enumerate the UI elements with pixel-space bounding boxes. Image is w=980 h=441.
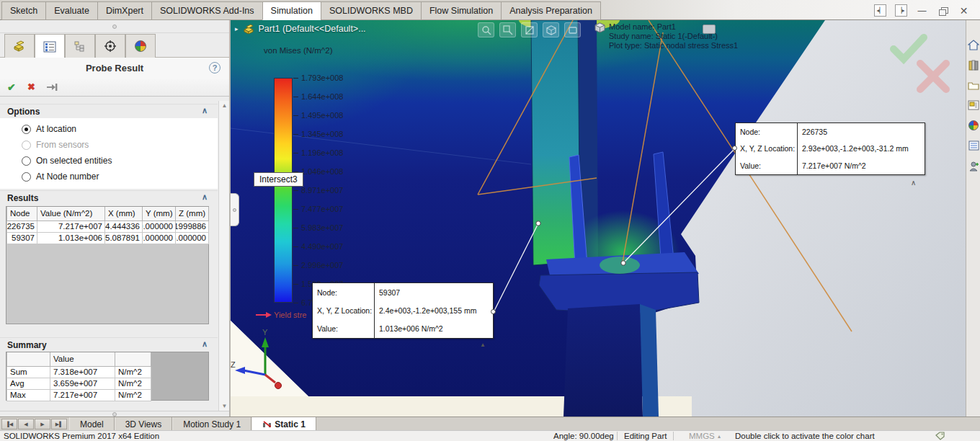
- legend-tick-label: 7.477e+007: [301, 205, 343, 213]
- radio-at-location[interactable]: At location: [22, 122, 76, 135]
- ribbon-tab-analysis-preparation[interactable]: Analysis Preparation: [501, 1, 601, 20]
- angle-readout: Angle: 90.00deg: [553, 432, 614, 440]
- panel-splitter[interactable]: [0, 411, 229, 416]
- view-settings-icon[interactable]: [703, 24, 716, 34]
- first-tab-icon[interactable]: ▐◀: [1, 419, 17, 429]
- panel-toolbar: ✔ ✖: [0, 79, 229, 97]
- tab-configurationmanager[interactable]: [65, 34, 95, 58]
- ribbon-tab-dimxpert[interactable]: DimXpert: [97, 1, 151, 20]
- design-library-icon[interactable]: [967, 58, 980, 72]
- confirm-cancel-icon[interactable]: [920, 63, 946, 89]
- scroll-up-icon[interactable]: ▲: [219, 102, 230, 109]
- units-selector[interactable]: MMGS: [689, 432, 715, 440]
- ribbon-tab-mbd[interactable]: SOLIDWORKS MBD: [321, 1, 421, 20]
- callout-expand-icon[interactable]: ∧: [911, 179, 916, 187]
- callout-attach-handle[interactable]: [491, 309, 496, 314]
- document-tab-bar: ▐◀ ◀ ▶ ▶▌ Model 3D Views Motion Study 1 …: [0, 416, 980, 430]
- collapse-pane-right-icon[interactable]: ▕▸: [895, 4, 907, 17]
- study-name-text: Study name: Static 1(-Default-): [609, 32, 738, 41]
- panel-flyout-tab[interactable]: [231, 193, 239, 226]
- ribbon-tab-sketch[interactable]: Sketch: [1, 1, 45, 20]
- col-value[interactable]: Value (N/m^2): [37, 207, 105, 220]
- ribbon-tab-evaluate[interactable]: Evaluate: [45, 1, 97, 20]
- tab-displaymanager[interactable]: [125, 34, 156, 58]
- callout-node-value: 59307: [375, 283, 493, 301]
- units-dropdown-icon[interactable]: ▴: [718, 433, 721, 440]
- summary-group-header[interactable]: Summary ∧: [0, 337, 218, 352]
- custom-properties-icon[interactable]: [967, 138, 980, 153]
- results-row[interactable]: 59307 1.013e+006 2405.087891 -1200.00000…: [7, 232, 209, 244]
- col-z[interactable]: Z (mm): [176, 207, 209, 220]
- ribbon-tab-flow-simulation[interactable]: Flow Simulation: [421, 1, 501, 20]
- pin-icon[interactable]: [46, 82, 59, 95]
- ribbon-tabs: Sketch Evaluate DimXpert SOLIDWORKS Add-…: [1, 1, 601, 20]
- close-button[interactable]: ✕: [958, 4, 970, 17]
- col-y[interactable]: Y (mm): [143, 207, 176, 220]
- probe-callout-59307[interactable]: Node: 59307 X, Y, Z Location: 2.4e+003,-…: [312, 282, 494, 339]
- probe-callout-226735[interactable]: Node: 226735 X, Y, Z Location: 2.93e+003…: [735, 122, 925, 175]
- callout-label: Node:: [736, 123, 798, 141]
- callout-label: X, Y, Z Location:: [313, 301, 375, 319]
- restore-button[interactable]: [937, 4, 949, 17]
- collapse-chevron-icon: ∧: [202, 339, 208, 349]
- tab-model[interactable]: Model: [69, 417, 115, 431]
- lower-column-side: [640, 304, 659, 416]
- radio-on-selected-entities[interactable]: On selected entities: [22, 154, 112, 167]
- last-tab-icon[interactable]: ▶▌: [51, 419, 67, 429]
- view-orientation-icon[interactable]: [543, 22, 559, 37]
- view-palette-icon[interactable]: [967, 98, 980, 112]
- legend-title: von Mises (N/m^2): [264, 46, 333, 55]
- tab-propertymanager[interactable]: [35, 34, 65, 58]
- panel-top-resize-handle[interactable]: [0, 20, 229, 33]
- legend-color-bar[interactable]: [274, 78, 293, 303]
- options-group-header[interactable]: Options ∧: [0, 104, 218, 118]
- resources-home-icon[interactable]: [967, 37, 980, 52]
- display-style-icon[interactable]: [564, 22, 581, 37]
- results-row[interactable]: 226735 7.217e+007 2934.444336 -1200.0000…: [7, 220, 209, 232]
- radio-at-node-number[interactable]: At Node number: [22, 170, 99, 183]
- file-explorer-icon[interactable]: [967, 78, 980, 92]
- forum-icon[interactable]: [967, 159, 980, 173]
- panel-title-bar: Probe Result ?: [0, 58, 229, 79]
- minimize-button[interactable]: —: [916, 4, 928, 17]
- prev-tab-icon[interactable]: ◀: [18, 419, 34, 429]
- col-x[interactable]: X (mm): [105, 207, 143, 220]
- results-table: Node Value (N/m^2) X (mm) Y (mm) Z (mm) …: [6, 207, 209, 244]
- callout-attach-handle[interactable]: [732, 146, 737, 151]
- radio-from-sensors[interactable]: From sensors: [22, 138, 89, 151]
- callout-expand-icon[interactable]: ▲: [480, 342, 486, 348]
- results-group-header[interactable]: Results ∧: [0, 190, 218, 205]
- document-tabs: Model 3D Views Motion Study 1 Static 1: [69, 417, 316, 431]
- confirm-ok-icon[interactable]: [894, 37, 924, 59]
- appearances-icon[interactable]: [967, 118, 980, 133]
- breadcrumb[interactable]: Part1 (Default<<Default>...: [259, 24, 366, 34]
- tab-3d-views[interactable]: 3D Views: [115, 417, 172, 431]
- section-view-icon[interactable]: [521, 22, 538, 37]
- tab-motion-study-1[interactable]: Motion Study 1: [172, 417, 251, 431]
- zoom-fit-icon[interactable]: [478, 22, 494, 37]
- tab-featuremanager[interactable]: [4, 34, 35, 58]
- ribbon-tab-addins[interactable]: SOLIDWORKS Add-Ins: [151, 1, 262, 20]
- cell-label: Max: [7, 389, 50, 401]
- yield-strength-marker: Yield stre: [256, 311, 306, 319]
- model-cube-icon: [594, 22, 605, 35]
- zoom-area-icon[interactable]: [499, 22, 516, 37]
- ok-button[interactable]: ✔: [7, 81, 16, 93]
- lower-column-front: [564, 304, 643, 416]
- breadcrumb-expand-icon[interactable]: ▸: [235, 25, 239, 32]
- scroll-down-icon[interactable]: ▼: [219, 403, 230, 409]
- options-group-title: Options: [7, 107, 40, 117]
- summary-row-avg: Avg 3.659e+007 N/m^2: [7, 378, 151, 389]
- panel-scrollbar[interactable]: ▲ ▼: [218, 101, 229, 411]
- cancel-button[interactable]: ✖: [27, 81, 35, 92]
- status-hint-text: Double click to activate the color chart: [735, 432, 875, 440]
- ribbon-tab-simulation[interactable]: Simulation: [262, 1, 321, 20]
- graphics-area[interactable]: Y Z ▸ Pa: [231, 20, 966, 416]
- tab-dimxpertmanager[interactable]: [95, 34, 125, 58]
- next-tab-icon[interactable]: ▶: [35, 419, 50, 429]
- tag-icon[interactable]: [935, 432, 945, 441]
- help-icon[interactable]: ?: [209, 62, 220, 74]
- col-node[interactable]: Node: [7, 207, 37, 220]
- collapse-pane-left-icon[interactable]: ◂▏: [874, 4, 886, 17]
- tab-static-1[interactable]: Static 1: [251, 417, 316, 431]
